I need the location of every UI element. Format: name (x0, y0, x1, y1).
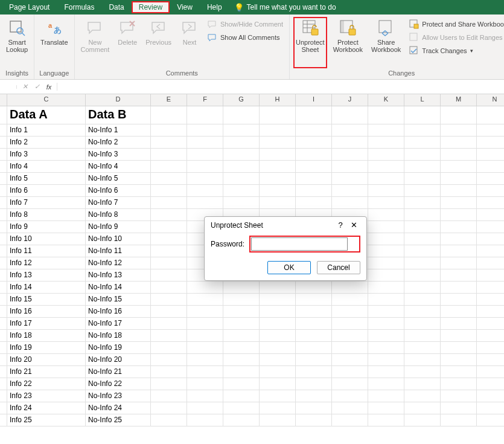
cell[interactable] (404, 318, 441, 330)
cell[interactable] (332, 161, 368, 173)
close-icon[interactable]: ✕ (347, 220, 360, 230)
cell[interactable] (223, 149, 260, 161)
cell[interactable] (0, 390, 7, 402)
cell[interactable] (441, 378, 477, 390)
cell[interactable] (368, 245, 404, 257)
cell[interactable] (223, 161, 260, 173)
cell[interactable] (187, 306, 223, 318)
col-header[interactable]: J (332, 94, 368, 106)
cell[interactable]: Info 10 (7, 233, 86, 245)
cell[interactable] (477, 137, 504, 149)
cell[interactable]: Info 14 (7, 282, 86, 294)
cell[interactable]: Info 9 (7, 221, 86, 233)
share-workbook-button[interactable]: Share Workbook (369, 17, 403, 68)
cell[interactable] (404, 402, 441, 414)
cell[interactable] (477, 390, 504, 402)
protect-workbook-button[interactable]: Protect Workbook (331, 17, 365, 68)
smart-lookup-button[interactable]: Smart Lookup (4, 17, 30, 68)
cell[interactable]: No-Info 19 (86, 342, 151, 354)
cell[interactable]: No-Info 25 (86, 414, 151, 426)
cell[interactable] (368, 282, 404, 294)
cell[interactable]: No-Info 12 (86, 257, 151, 269)
cell[interactable]: No-Info 15 (86, 294, 151, 306)
cell[interactable] (368, 221, 404, 233)
cell[interactable] (187, 197, 223, 209)
cell[interactable] (477, 161, 504, 173)
cell[interactable] (260, 185, 296, 197)
cell[interactable]: Info 7 (7, 197, 86, 209)
cell[interactable] (151, 269, 187, 282)
cell[interactable] (477, 414, 504, 426)
cell[interactable] (368, 414, 404, 426)
col-header[interactable]: C (7, 94, 86, 106)
help-icon[interactable]: ? (334, 220, 347, 230)
cell[interactable] (187, 366, 223, 378)
cell[interactable] (187, 318, 223, 330)
cell[interactable] (187, 390, 223, 402)
cell[interactable] (187, 354, 223, 366)
cell[interactable] (477, 221, 504, 233)
cell[interactable] (0, 137, 7, 149)
cell[interactable] (0, 173, 7, 185)
cell[interactable] (260, 137, 296, 149)
cell[interactable] (151, 185, 187, 197)
cell[interactable] (151, 330, 187, 342)
cell[interactable] (296, 294, 332, 306)
cell[interactable] (260, 197, 296, 209)
cell[interactable] (441, 233, 477, 245)
col-header-blank[interactable] (0, 94, 7, 106)
cell[interactable] (296, 318, 332, 330)
cell[interactable] (368, 149, 404, 161)
cell[interactable] (441, 161, 477, 173)
cell[interactable] (0, 306, 7, 318)
cell[interactable]: No-Info 9 (86, 221, 151, 233)
cell[interactable]: No-Info 23 (86, 390, 151, 402)
cell[interactable] (296, 197, 332, 209)
cell[interactable] (187, 342, 223, 354)
cell[interactable]: Info 20 (7, 354, 86, 366)
cell[interactable] (151, 414, 187, 426)
cell[interactable] (260, 402, 296, 414)
cell[interactable] (0, 124, 7, 137)
cell[interactable] (260, 354, 296, 366)
cell[interactable] (151, 245, 187, 257)
cell[interactable] (296, 161, 332, 173)
cell[interactable] (332, 173, 368, 185)
cell[interactable] (296, 366, 332, 378)
cell[interactable] (404, 106, 441, 124)
cell[interactable] (187, 137, 223, 149)
cell[interactable] (441, 209, 477, 221)
col-header[interactable]: I (296, 94, 332, 106)
cell[interactable] (0, 197, 7, 209)
cell[interactable] (477, 197, 504, 209)
cell[interactable] (477, 318, 504, 330)
cell[interactable] (441, 185, 477, 197)
cell[interactable]: Info 1 (7, 124, 86, 137)
cell[interactable] (332, 330, 368, 342)
cell[interactable]: No-Info 16 (86, 306, 151, 318)
cell[interactable] (187, 294, 223, 306)
cell[interactable] (187, 402, 223, 414)
cell[interactable] (0, 378, 7, 390)
cell[interactable] (151, 124, 187, 137)
cell[interactable] (0, 185, 7, 197)
cell[interactable] (151, 209, 187, 221)
cell[interactable] (296, 282, 332, 294)
cell[interactable]: No-Info 3 (86, 149, 151, 161)
cell[interactable] (404, 294, 441, 306)
cell[interactable] (187, 149, 223, 161)
cell[interactable] (404, 173, 441, 185)
cell[interactable] (404, 124, 441, 137)
cell[interactable]: Info 8 (7, 209, 86, 221)
cell[interactable] (260, 106, 296, 124)
tab-help[interactable]: Help (200, 1, 229, 13)
cell[interactable] (296, 149, 332, 161)
cell[interactable] (223, 318, 260, 330)
cell[interactable] (0, 106, 7, 124)
cell[interactable]: Info 11 (7, 245, 86, 257)
cell[interactable]: Info 15 (7, 294, 86, 306)
cell[interactable]: Data A (7, 106, 86, 124)
cell[interactable] (332, 294, 368, 306)
cell[interactable] (332, 282, 368, 294)
cell[interactable]: No-Info 4 (86, 161, 151, 173)
